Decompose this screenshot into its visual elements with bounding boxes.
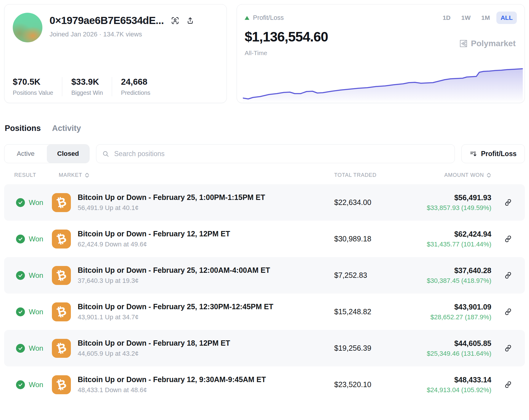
bitcoin-icon: ₿ [52, 302, 71, 321]
table-row[interactable]: Won ₿ Bitcoin Up or Down - February 18, … [4, 330, 525, 366]
polymarket-logo-icon [459, 39, 468, 48]
avatar [13, 13, 42, 42]
stat-positions-value: $70.5K Positions Value [13, 77, 62, 96]
result-label: Won [29, 308, 43, 316]
stat-biggest-win: $33.9K Biggest Win [71, 77, 112, 96]
table-row[interactable]: Won ₿ Bitcoin Up or Down - February 12, … [4, 221, 525, 257]
amount-won-value: $48,433.14 [405, 376, 491, 384]
sort-desc-icon [470, 150, 477, 158]
header-total-traded: TOTAL TRADED [334, 172, 405, 178]
profile-stats: $70.5K Positions Value $33.9K Biggest Wi… [13, 77, 168, 96]
bitcoin-icon: ₿ [52, 193, 71, 212]
profit-value: $28,652.27 (187.9%) [405, 313, 491, 321]
table-row[interactable]: Won ₿ Bitcoin Up or Down - February 12, … [4, 366, 525, 403]
amount-won-value: $56,491.93 [405, 193, 491, 202]
meta-dot: · [99, 31, 101, 38]
joined-date: Joined Jan 2026 [50, 31, 97, 38]
profit-value: $25,349.46 (131.64%) [405, 350, 491, 358]
market-title[interactable]: Bitcoin Up or Down - February 25, 12:00A… [78, 266, 270, 275]
segment-closed[interactable]: Closed [47, 145, 89, 163]
market-cell: ₿ Bitcoin Up or Down - February 25, 12:3… [49, 302, 334, 321]
result-label: Won [29, 381, 43, 389]
table-row[interactable]: Won ₿ Bitcoin Up or Down - February 25, … [4, 294, 525, 330]
market-title[interactable]: Bitcoin Up or Down - February 12, 12PM E… [78, 230, 230, 238]
market-cell: ₿ Bitcoin Up or Down - February 12, 9:30… [49, 375, 334, 394]
result-cell: Won [4, 198, 49, 207]
range-button-1m[interactable]: 1M [477, 12, 494, 24]
link-icon[interactable] [504, 381, 512, 389]
link-icon[interactable] [504, 235, 512, 243]
amount-won-value: $43,901.09 [405, 303, 491, 311]
sort-chevrons-icon [85, 173, 90, 178]
range-button-all[interactable]: ALL [496, 12, 517, 24]
amount-won-cell: $44,605.85 $25,349.46 (131.64%) [405, 339, 491, 358]
pnl-card: Profit/Loss 1D1W1MALL $1,136,554.60 All-… [237, 4, 525, 103]
tabs: PositionsActivity [5, 124, 529, 133]
top-section: 0×1979ae6B7E6534dE... [0, 0, 529, 103]
search-input[interactable] [114, 150, 449, 158]
sort-button-label: Profit/Loss [481, 150, 517, 158]
market-subtitle: 37,640.3 Up at 19.3¢ [78, 277, 270, 285]
triangle-up-icon [245, 16, 249, 20]
range-button-1d[interactable]: 1D [439, 12, 455, 24]
link-icon[interactable] [504, 271, 512, 279]
sort-profit-loss-button[interactable]: Profit/Loss [461, 144, 525, 163]
market-cell: ₿ Bitcoin Up or Down - February 12, 12PM… [49, 230, 334, 249]
market-title[interactable]: Bitcoin Up or Down - February 25, 12:30P… [78, 302, 273, 311]
market-cell: ₿ Bitcoin Up or Down - February 25, 12:0… [49, 266, 334, 285]
amount-won-cell: $43,901.09 $28,652.27 (187.9%) [405, 303, 491, 321]
market-subtitle: 56,491.9 Up at 40.1¢ [78, 204, 265, 212]
market-title[interactable]: Bitcoin Up or Down - February 12, 9:30AM… [78, 375, 266, 384]
profile-address-title: 0×1979ae6B7E6534dE... [50, 15, 164, 26]
result-cell: Won [4, 380, 49, 389]
views-count: 134.7K views [103, 31, 142, 38]
result-cell: Won [4, 344, 49, 353]
result-label: Won [29, 235, 43, 243]
pnl-label: Profit/Loss [253, 14, 284, 22]
link-icon[interactable] [504, 308, 512, 316]
market-cell: ₿ Bitcoin Up or Down - February 25, 1:00… [49, 193, 334, 212]
check-icon [16, 344, 25, 353]
share-icon[interactable] [186, 17, 194, 25]
total-traded-value: $19,256.39 [334, 344, 405, 352]
bitcoin-icon: ₿ [52, 266, 71, 285]
check-icon [16, 235, 25, 243]
result-cell: Won [4, 235, 49, 243]
bitcoin-icon: ₿ [52, 339, 71, 358]
market-cell: ₿ Bitcoin Up or Down - February 18, 12PM… [49, 339, 334, 358]
link-icon[interactable] [504, 198, 512, 206]
table-row[interactable]: Won ₿ Bitcoin Up or Down - February 25, … [4, 184, 525, 221]
amount-won-cell: $62,424.94 $31,435.77 (101.44%) [405, 230, 491, 248]
market-subtitle: 62,424.9 Down at 49.6¢ [78, 241, 230, 248]
amount-won-cell: $56,491.93 $33,857.93 (149.59%) [405, 193, 491, 212]
market-title[interactable]: Bitcoin Up or Down - February 18, 12PM E… [78, 339, 230, 347]
profit-value: $24,913.04 (105.92%) [405, 386, 491, 394]
segment-active[interactable]: Active [4, 145, 47, 163]
range-button-1w[interactable]: 1W [457, 12, 475, 24]
profile-meta: Joined Jan 2026 · 134.7K views [50, 31, 194, 38]
result-label: Won [29, 344, 43, 352]
header-amount-won[interactable]: AMOUNT WON [405, 172, 491, 178]
total-traded-value: $30,989.18 [334, 235, 405, 243]
table-row[interactable]: Won ₿ Bitcoin Up or Down - February 25, … [4, 257, 525, 294]
status-segmented-control: ActiveClosed [4, 144, 90, 163]
amount-won-cell: $37,640.28 $30,387.45 (418.97%) [405, 266, 491, 285]
amount-won-value: $37,640.28 [405, 266, 491, 275]
link-icon[interactable] [504, 344, 512, 352]
check-icon [16, 307, 25, 316]
pnl-chart [243, 64, 523, 103]
amount-won-cell: $48,433.14 $24,913.04 (105.92%) [405, 376, 491, 394]
amount-won-value: $44,605.85 [405, 339, 491, 348]
tab-activity[interactable]: Activity [52, 124, 81, 133]
tab-positions[interactable]: Positions [5, 124, 41, 133]
check-icon [16, 271, 25, 280]
table-header: RESULT MARKET TOTAL TRADED AMOUNT WON [4, 163, 525, 184]
header-market[interactable]: MARKET [49, 172, 334, 178]
bitcoin-icon: ₿ [52, 230, 71, 249]
face-scan-icon[interactable] [171, 17, 179, 25]
result-cell: Won [4, 307, 49, 316]
market-title[interactable]: Bitcoin Up or Down - February 25, 1:00PM… [78, 193, 265, 202]
profit-value: $33,857.93 (149.59%) [405, 204, 491, 212]
profile-card: 0×1979ae6B7E6534dE... [4, 4, 227, 103]
bitcoin-icon: ₿ [52, 375, 71, 394]
